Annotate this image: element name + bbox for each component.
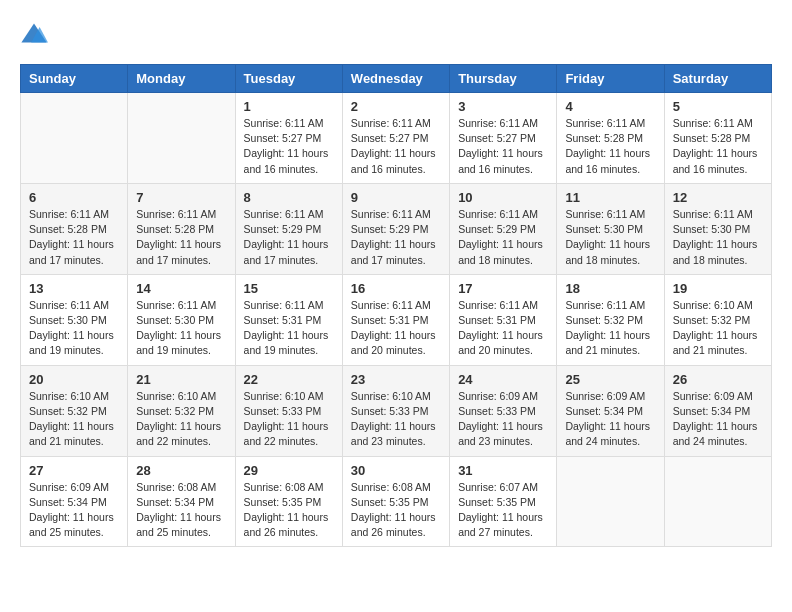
day-number: 1 — [244, 99, 334, 114]
day-info: Sunrise: 6:11 AMSunset: 5:27 PMDaylight:… — [351, 116, 441, 177]
day-info: Sunrise: 6:11 AMSunset: 5:29 PMDaylight:… — [244, 207, 334, 268]
day-number: 14 — [136, 281, 226, 296]
calendar-day-cell: 27Sunrise: 6:09 AMSunset: 5:34 PMDayligh… — [21, 456, 128, 547]
day-number: 10 — [458, 190, 548, 205]
calendar-day-cell: 24Sunrise: 6:09 AMSunset: 5:33 PMDayligh… — [450, 365, 557, 456]
day-number: 23 — [351, 372, 441, 387]
calendar-day-cell: 14Sunrise: 6:11 AMSunset: 5:30 PMDayligh… — [128, 274, 235, 365]
calendar-day-cell: 1Sunrise: 6:11 AMSunset: 5:27 PMDaylight… — [235, 93, 342, 184]
day-number: 24 — [458, 372, 548, 387]
day-number: 13 — [29, 281, 119, 296]
weekday-header: Monday — [128, 65, 235, 93]
day-number: 3 — [458, 99, 548, 114]
day-number: 30 — [351, 463, 441, 478]
day-number: 21 — [136, 372, 226, 387]
day-info: Sunrise: 6:09 AMSunset: 5:34 PMDaylight:… — [29, 480, 119, 541]
calendar-day-cell: 30Sunrise: 6:08 AMSunset: 5:35 PMDayligh… — [342, 456, 449, 547]
calendar-week-row: 1Sunrise: 6:11 AMSunset: 5:27 PMDaylight… — [21, 93, 772, 184]
calendar-day-cell — [128, 93, 235, 184]
day-info: Sunrise: 6:11 AMSunset: 5:32 PMDaylight:… — [565, 298, 655, 359]
day-number: 11 — [565, 190, 655, 205]
day-info: Sunrise: 6:07 AMSunset: 5:35 PMDaylight:… — [458, 480, 548, 541]
calendar-day-cell: 9Sunrise: 6:11 AMSunset: 5:29 PMDaylight… — [342, 183, 449, 274]
calendar-week-row: 20Sunrise: 6:10 AMSunset: 5:32 PMDayligh… — [21, 365, 772, 456]
day-info: Sunrise: 6:09 AMSunset: 5:34 PMDaylight:… — [673, 389, 763, 450]
day-number: 2 — [351, 99, 441, 114]
day-info: Sunrise: 6:11 AMSunset: 5:29 PMDaylight:… — [458, 207, 548, 268]
calendar-day-cell: 11Sunrise: 6:11 AMSunset: 5:30 PMDayligh… — [557, 183, 664, 274]
day-info: Sunrise: 6:11 AMSunset: 5:30 PMDaylight:… — [29, 298, 119, 359]
day-number: 5 — [673, 99, 763, 114]
calendar-day-cell: 16Sunrise: 6:11 AMSunset: 5:31 PMDayligh… — [342, 274, 449, 365]
weekday-header: Sunday — [21, 65, 128, 93]
day-info: Sunrise: 6:11 AMSunset: 5:31 PMDaylight:… — [244, 298, 334, 359]
calendar-week-row: 27Sunrise: 6:09 AMSunset: 5:34 PMDayligh… — [21, 456, 772, 547]
day-info: Sunrise: 6:10 AMSunset: 5:32 PMDaylight:… — [136, 389, 226, 450]
calendar-day-cell: 23Sunrise: 6:10 AMSunset: 5:33 PMDayligh… — [342, 365, 449, 456]
calendar-day-cell: 17Sunrise: 6:11 AMSunset: 5:31 PMDayligh… — [450, 274, 557, 365]
weekday-header: Wednesday — [342, 65, 449, 93]
calendar-day-cell: 8Sunrise: 6:11 AMSunset: 5:29 PMDaylight… — [235, 183, 342, 274]
calendar-day-cell: 21Sunrise: 6:10 AMSunset: 5:32 PMDayligh… — [128, 365, 235, 456]
day-info: Sunrise: 6:11 AMSunset: 5:28 PMDaylight:… — [565, 116, 655, 177]
calendar-day-cell: 7Sunrise: 6:11 AMSunset: 5:28 PMDaylight… — [128, 183, 235, 274]
day-number: 29 — [244, 463, 334, 478]
calendar-day-cell: 26Sunrise: 6:09 AMSunset: 5:34 PMDayligh… — [664, 365, 771, 456]
day-number: 6 — [29, 190, 119, 205]
calendar-day-cell — [21, 93, 128, 184]
day-info: Sunrise: 6:11 AMSunset: 5:30 PMDaylight:… — [673, 207, 763, 268]
calendar-week-row: 13Sunrise: 6:11 AMSunset: 5:30 PMDayligh… — [21, 274, 772, 365]
day-info: Sunrise: 6:10 AMSunset: 5:33 PMDaylight:… — [351, 389, 441, 450]
day-info: Sunrise: 6:11 AMSunset: 5:27 PMDaylight:… — [244, 116, 334, 177]
day-info: Sunrise: 6:11 AMSunset: 5:28 PMDaylight:… — [136, 207, 226, 268]
day-number: 15 — [244, 281, 334, 296]
day-number: 19 — [673, 281, 763, 296]
day-number: 9 — [351, 190, 441, 205]
day-info: Sunrise: 6:11 AMSunset: 5:28 PMDaylight:… — [29, 207, 119, 268]
weekday-header: Saturday — [664, 65, 771, 93]
calendar-week-row: 6Sunrise: 6:11 AMSunset: 5:28 PMDaylight… — [21, 183, 772, 274]
calendar-day-cell: 18Sunrise: 6:11 AMSunset: 5:32 PMDayligh… — [557, 274, 664, 365]
page-header — [20, 20, 772, 48]
calendar-day-cell — [664, 456, 771, 547]
day-number: 27 — [29, 463, 119, 478]
calendar-day-cell — [557, 456, 664, 547]
calendar-day-cell: 5Sunrise: 6:11 AMSunset: 5:28 PMDaylight… — [664, 93, 771, 184]
day-number: 17 — [458, 281, 548, 296]
day-number: 22 — [244, 372, 334, 387]
calendar-day-cell: 29Sunrise: 6:08 AMSunset: 5:35 PMDayligh… — [235, 456, 342, 547]
calendar-day-cell: 25Sunrise: 6:09 AMSunset: 5:34 PMDayligh… — [557, 365, 664, 456]
day-info: Sunrise: 6:09 AMSunset: 5:34 PMDaylight:… — [565, 389, 655, 450]
day-number: 25 — [565, 372, 655, 387]
weekday-header: Thursday — [450, 65, 557, 93]
day-number: 31 — [458, 463, 548, 478]
day-info: Sunrise: 6:10 AMSunset: 5:32 PMDaylight:… — [29, 389, 119, 450]
day-number: 20 — [29, 372, 119, 387]
calendar-day-cell: 13Sunrise: 6:11 AMSunset: 5:30 PMDayligh… — [21, 274, 128, 365]
calendar-day-cell: 4Sunrise: 6:11 AMSunset: 5:28 PMDaylight… — [557, 93, 664, 184]
weekday-header: Tuesday — [235, 65, 342, 93]
day-info: Sunrise: 6:11 AMSunset: 5:28 PMDaylight:… — [673, 116, 763, 177]
calendar-table: SundayMondayTuesdayWednesdayThursdayFrid… — [20, 64, 772, 547]
day-info: Sunrise: 6:11 AMSunset: 5:30 PMDaylight:… — [136, 298, 226, 359]
weekday-header: Friday — [557, 65, 664, 93]
day-info: Sunrise: 6:11 AMSunset: 5:31 PMDaylight:… — [351, 298, 441, 359]
day-number: 28 — [136, 463, 226, 478]
day-info: Sunrise: 6:11 AMSunset: 5:29 PMDaylight:… — [351, 207, 441, 268]
day-number: 4 — [565, 99, 655, 114]
day-info: Sunrise: 6:09 AMSunset: 5:33 PMDaylight:… — [458, 389, 548, 450]
day-info: Sunrise: 6:10 AMSunset: 5:32 PMDaylight:… — [673, 298, 763, 359]
day-number: 26 — [673, 372, 763, 387]
calendar-day-cell: 15Sunrise: 6:11 AMSunset: 5:31 PMDayligh… — [235, 274, 342, 365]
day-info: Sunrise: 6:11 AMSunset: 5:31 PMDaylight:… — [458, 298, 548, 359]
calendar-header-row: SundayMondayTuesdayWednesdayThursdayFrid… — [21, 65, 772, 93]
day-number: 7 — [136, 190, 226, 205]
logo — [20, 20, 52, 48]
day-number: 16 — [351, 281, 441, 296]
calendar-day-cell: 20Sunrise: 6:10 AMSunset: 5:32 PMDayligh… — [21, 365, 128, 456]
day-info: Sunrise: 6:08 AMSunset: 5:35 PMDaylight:… — [351, 480, 441, 541]
calendar-day-cell: 2Sunrise: 6:11 AMSunset: 5:27 PMDaylight… — [342, 93, 449, 184]
calendar-day-cell: 22Sunrise: 6:10 AMSunset: 5:33 PMDayligh… — [235, 365, 342, 456]
day-info: Sunrise: 6:11 AMSunset: 5:27 PMDaylight:… — [458, 116, 548, 177]
day-info: Sunrise: 6:08 AMSunset: 5:35 PMDaylight:… — [244, 480, 334, 541]
